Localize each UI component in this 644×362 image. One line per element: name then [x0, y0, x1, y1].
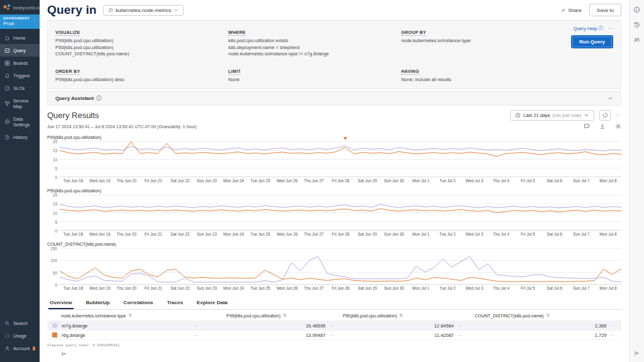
sidebar-item-label: Data Settings	[13, 116, 35, 128]
environment-menu-icon[interactable]: ⋮	[33, 17, 37, 22]
order-by-label[interactable]: ORDER BY	[55, 69, 80, 75]
collapse-sidebar-button[interactable]	[61, 348, 67, 359]
x-axis-label: Wed Jul 3	[461, 178, 488, 183]
clause-item[interactable]: None; include all results	[401, 77, 613, 84]
service-map-icon	[4, 101, 10, 106]
sidebar-item-triggers[interactable]: Triggers	[0, 69, 40, 82]
sidebar-item-usage[interactable]: Usage	[0, 329, 40, 342]
limit-label[interactable]: LIMIT	[228, 69, 241, 75]
collapse-right-rail-button[interactable]	[630, 348, 644, 359]
plot-area[interactable]	[60, 248, 621, 285]
y-axis: 20151050	[47, 195, 60, 231]
clause-item[interactable]: None	[228, 77, 401, 84]
sidebar-item-boards[interactable]: Boards	[0, 57, 40, 69]
info-panel-icon[interactable]	[633, 6, 640, 13]
tab-bubbleup[interactable]: BubbleUp	[85, 297, 111, 309]
query-menu-icon[interactable]: ⋯	[608, 26, 613, 31]
query-assistant-bar[interactable]: Query Assistant ⓘ	[47, 91, 621, 106]
row-menu-icon[interactable]: ⋯	[194, 332, 227, 338]
plot-area[interactable]	[60, 141, 621, 177]
visualize-label[interactable]: VISUALIZE	[55, 30, 80, 36]
sidebar-item-data-settings[interactable]: Data Settings	[0, 112, 40, 131]
cell-menu-icon[interactable]: ⋯	[611, 332, 616, 338]
sidebar-item-slos[interactable]: SLOs	[0, 82, 40, 94]
having-clause: HAVING None; include all results	[401, 64, 613, 84]
having-label[interactable]: HAVING	[401, 69, 419, 75]
sidebar-item-account[interactable]: Account	[0, 342, 40, 354]
cell-menu-icon[interactable]: ⋯	[330, 323, 335, 329]
dataset-selector[interactable]: kubernetes-node-metrics	[103, 5, 184, 16]
sidebar-item-label: Account	[13, 346, 30, 351]
tab-correlations[interactable]: Correlations	[122, 297, 154, 309]
tab-explore-data[interactable]: Explore Data	[196, 297, 229, 309]
sidebar-item-service-map[interactable]: Service Map	[0, 94, 40, 112]
logo[interactable]: honeycomb.io	[0, 0, 40, 14]
table-row[interactable]: m7g.8xlarge⋯15.48595⋯12.84564⋯2,365⋯	[47, 321, 621, 331]
cell-menu-icon[interactable]: ⋯	[611, 323, 616, 329]
gear-icon[interactable]	[615, 123, 621, 129]
sidebar-item-history[interactable]: History	[0, 131, 40, 143]
x-axis-label: Thu Jul 4	[488, 286, 515, 290]
time-range-selector[interactable]: Last 21 days (run just now)	[510, 110, 594, 121]
x-axis-label: Fri Jul 5	[514, 232, 541, 236]
sort-icon[interactable]: ⇅	[547, 313, 550, 318]
refresh-icon	[602, 112, 608, 118]
clause-item[interactable]: P50(k8s.pod.cpu.utilization)	[55, 45, 228, 52]
where-label[interactable]: WHERE	[228, 30, 246, 36]
environment-name: Prod	[3, 21, 36, 26]
environment-switcher[interactable]: ENVIRONMENT Prod ⋮	[0, 14, 40, 29]
sort-icon[interactable]: ⇅	[399, 313, 403, 318]
cell-menu-icon[interactable]: ⋯	[330, 332, 335, 338]
clause-item[interactable]: k8s.deployment.name = shepherd	[228, 45, 401, 52]
chart-title: P50(k8s.pod.cpu.utilization)	[47, 189, 621, 193]
run-query-button[interactable]: Run Query	[571, 35, 613, 48]
tab-overview[interactable]: Overview	[48, 297, 74, 309]
column-header-p99-k8s-pod-cpu-utilization-[interactable]: P99(k8s.pod.cpu.utilization)⇅	[226, 313, 343, 318]
clause-item[interactable]: P99(k8s.pod.cpu.utilization)	[55, 38, 228, 45]
cell-menu-icon[interactable]: ⋯	[458, 332, 463, 338]
main-content: Query in kubernetes-node-metrics Share S…	[40, 0, 629, 362]
group-by-label[interactable]: GROUP BY	[401, 30, 426, 36]
download-icon[interactable]	[599, 123, 606, 129]
team-panel-icon[interactable]	[633, 36, 640, 43]
sidebar-item-label: Home	[13, 35, 25, 41]
query-help-link[interactable]: Query Help ⓘ	[574, 25, 603, 31]
spike-marker-icon[interactable]	[343, 137, 347, 140]
clause-item[interactable]: P99(k8s.pod.cpu.utilization) desc	[55, 77, 228, 84]
left-sidebar: honeycomb.io ENVIRONMENT Prod ⋮ HomeQuer…	[0, 0, 40, 362]
column-header-node-kubernetes-io-instance-type[interactable]: node.kubernetes.io/instance-type⇅	[47, 313, 226, 318]
clause-item[interactable]: k8s.pod.cpu.utilization exists	[228, 38, 401, 45]
cell-menu-icon[interactable]: ⋯	[458, 323, 463, 329]
sidebar-item-home[interactable]: Home	[0, 31, 40, 44]
x-axis-label: Mon Jul 1	[408, 232, 435, 236]
table-row[interactable]: r6g.8xlarge⋯13.99467⋯11.42087⋯1,729⋯	[47, 331, 621, 340]
x-axis-label: Sat Jun 29	[354, 232, 381, 236]
time-range-label: Last 21 days	[523, 112, 550, 118]
x-axis-label: Thu Jun 20	[113, 286, 140, 290]
home-icon	[4, 35, 10, 41]
column-header-p50-k8s-pod-cpu-utilization-[interactable]: P50(k8s.pod.cpu.utilization)⇅	[343, 313, 475, 318]
plot-area[interactable]	[60, 195, 621, 231]
query-help-label: Query Help	[574, 26, 597, 31]
comment-icon[interactable]	[584, 123, 590, 129]
clause-item[interactable]: node.kubernetes.io/instance-type != c7g.…	[228, 51, 401, 58]
sort-icon[interactable]: ⇅	[283, 313, 287, 318]
chevron-down-icon[interactable]	[608, 96, 613, 101]
boards-icon	[4, 60, 10, 66]
clause-item[interactable]: COUNT_DISTINCT(k8s.pod.name)	[55, 51, 228, 58]
x-axis-label: Sat Jun 22	[167, 178, 194, 183]
share-button[interactable]: Share	[561, 8, 582, 13]
x-axis-label: Fri Jul 5	[514, 178, 541, 183]
sidebar-item-query[interactable]: Query	[0, 44, 40, 57]
history-panel-icon[interactable]	[633, 21, 640, 28]
refresh-button[interactable]	[599, 110, 611, 121]
tab-traces[interactable]: Traces	[165, 297, 184, 309]
x-axis-label: Mon Jul 8	[595, 178, 622, 183]
sidebar-item-search[interactable]: Search	[0, 317, 40, 329]
save-to-button[interactable]: Save to	[589, 4, 621, 16]
sort-icon[interactable]: ⇅	[128, 313, 132, 318]
column-header-count-distinct-k8s-pod-name-[interactable]: COUNT_DISTINCT(k8s.pod.name)⇅	[475, 313, 621, 318]
forward-arrow-icon[interactable]	[616, 112, 621, 118]
instance-type-value: m7g.8xlarge	[62, 323, 87, 329]
row-menu-icon[interactable]: ⋯	[194, 323, 227, 329]
